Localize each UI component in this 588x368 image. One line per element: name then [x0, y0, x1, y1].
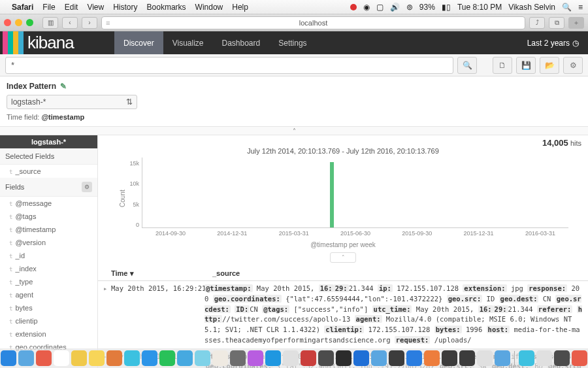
field-item[interactable]: t@message: [0, 197, 97, 210]
field-item[interactable]: tagent: [0, 288, 97, 301]
dock-app[interactable]: [195, 350, 210, 366]
field-item[interactable]: tbytes: [0, 301, 97, 314]
airplay-icon[interactable]: ▢: [376, 3, 384, 12]
dock-app[interactable]: [54, 350, 69, 366]
dock-app[interactable]: [36, 350, 52, 366]
kibana-logo[interactable]: kibana: [0, 31, 114, 54]
field-item[interactable]: t@version: [0, 236, 97, 249]
back-button[interactable]: ‹: [62, 17, 78, 29]
globe-icon[interactable]: ◉: [363, 3, 370, 12]
new-button[interactable]: 🗋: [493, 57, 512, 74]
dock-app[interactable]: [389, 350, 404, 366]
field-item[interactable]: t_type: [0, 275, 97, 288]
clock[interactable]: Tue 8:10 PM: [457, 3, 502, 12]
menu-bookmarks[interactable]: Bookmarks: [147, 3, 186, 12]
dock-app[interactable]: [336, 350, 351, 366]
field-item[interactable]: t@timestamp: [0, 223, 97, 236]
dock-app[interactable]: [318, 350, 334, 366]
settings-button[interactable]: ⚙: [563, 57, 583, 74]
chart-plot-area[interactable]: 2014-09-302014-12-312015-03-312015-06-30…: [142, 158, 568, 228]
dock-app[interactable]: [519, 350, 534, 366]
menu-app[interactable]: Safari: [12, 3, 33, 12]
query-input[interactable]: *: [5, 57, 453, 74]
chart-collapse-button[interactable]: ˄: [330, 252, 356, 263]
menu-file[interactable]: File: [42, 3, 55, 12]
menu-help[interactable]: Help: [232, 3, 248, 12]
field-item[interactable]: t_id: [0, 249, 97, 262]
close-window-button[interactable]: [4, 19, 11, 26]
field-item[interactable]: textension: [0, 327, 97, 341]
tab-dashboard[interactable]: Dashboard: [213, 31, 270, 54]
collapse-bar[interactable]: ˄: [0, 126, 588, 135]
dock-app[interactable]: [71, 350, 87, 366]
new-tab-button[interactable]: ＋: [568, 17, 584, 29]
edit-icon[interactable]: ✎: [60, 82, 67, 91]
dock-app[interactable]: [283, 350, 299, 366]
chart-xtick: 2016-03-31: [525, 230, 555, 237]
tab-settings[interactable]: Settings: [269, 31, 316, 54]
dock-app[interactable]: [442, 350, 457, 366]
dock-app[interactable]: [495, 350, 510, 366]
save-button[interactable]: 💾: [516, 57, 536, 74]
dock-app[interactable]: [159, 350, 175, 366]
field-item[interactable]: t_index: [0, 262, 97, 275]
field-source[interactable]: t_source: [0, 165, 97, 178]
dock-app[interactable]: [424, 350, 440, 366]
kibana-tabs: Discover Visualize Dashboard Settings: [114, 31, 316, 54]
fields-gear-button[interactable]: ⚙: [82, 182, 92, 192]
col-time[interactable]: Time ▾: [111, 269, 212, 278]
dock-app[interactable]: [106, 350, 122, 366]
menu-edit[interactable]: Edit: [65, 3, 78, 12]
time-filter[interactable]: Last 2 years ◷: [527, 31, 588, 54]
wifi-icon[interactable]: ⊚: [406, 3, 413, 12]
maximize-window-button[interactable]: [26, 19, 33, 26]
dock-app[interactable]: [124, 350, 140, 366]
field-item[interactable]: t@tags: [0, 210, 97, 223]
spotlight-icon[interactable]: 🔍: [562, 3, 572, 12]
index-pattern-select[interactable]: logstash-* ⇅: [7, 95, 137, 109]
sidebar-pattern[interactable]: logstash-*: [0, 135, 97, 148]
chart-bar[interactable]: [330, 162, 334, 227]
sidebar-toggle-button[interactable]: ▥: [42, 17, 58, 29]
dock-app[interactable]: [18, 350, 34, 366]
dock-app[interactable]: [230, 350, 246, 366]
search-button[interactable]: 🔍: [457, 57, 477, 74]
user-name[interactable]: Vikash Selvin: [508, 3, 555, 12]
dock-app[interactable]: [177, 350, 193, 366]
dock-app[interactable]: [1, 350, 16, 366]
histogram-chart[interactable]: Count 15k 10k 5k 0 2014-09-302014-12-312…: [98, 155, 588, 240]
dock-app[interactable]: [572, 350, 587, 366]
address-bar[interactable]: ≡ localhost: [101, 16, 525, 29]
tabs-button[interactable]: ⧉: [549, 17, 564, 29]
minimize-window-button[interactable]: [15, 19, 22, 26]
notification-center-icon[interactable]: ≡: [578, 3, 583, 12]
open-button[interactable]: 📂: [540, 57, 559, 74]
col-source[interactable]: _source: [212, 269, 240, 278]
volume-icon[interactable]: 🔊: [390, 3, 400, 12]
record-icon[interactable]: [350, 4, 357, 10]
field-item[interactable]: tclientip: [0, 314, 97, 327]
dock-app[interactable]: [248, 350, 263, 366]
dock-app[interactable]: [371, 350, 387, 366]
dock-app[interactable]: [554, 350, 570, 366]
menu-view[interactable]: View: [87, 3, 104, 12]
dock-app[interactable]: [353, 350, 369, 366]
dock-app[interactable]: [89, 350, 105, 366]
dock-app[interactable]: [301, 350, 316, 366]
share-button[interactable]: ⤴: [529, 17, 545, 29]
dock-app[interactable]: [459, 350, 475, 366]
tab-visualize[interactable]: Visualize: [163, 31, 213, 54]
doc-row[interactable]: ▸May 20th 2015, 16:29:21.344@timestamp: …: [98, 281, 588, 349]
dock-app[interactable]: [265, 350, 281, 366]
battery-icon[interactable]: ▮▯: [442, 3, 451, 12]
dock-app[interactable]: [142, 350, 157, 366]
menu-window[interactable]: Window: [195, 3, 223, 12]
dock-app[interactable]: [477, 350, 493, 366]
forward-button[interactable]: ›: [82, 17, 97, 29]
tab-discover[interactable]: Discover: [114, 31, 163, 54]
dock-app[interactable]: [212, 350, 228, 366]
menu-history[interactable]: History: [113, 3, 137, 12]
expand-icon[interactable]: ▸: [103, 284, 111, 346]
dock-app[interactable]: [536, 350, 552, 366]
dock-app[interactable]: [406, 350, 422, 366]
